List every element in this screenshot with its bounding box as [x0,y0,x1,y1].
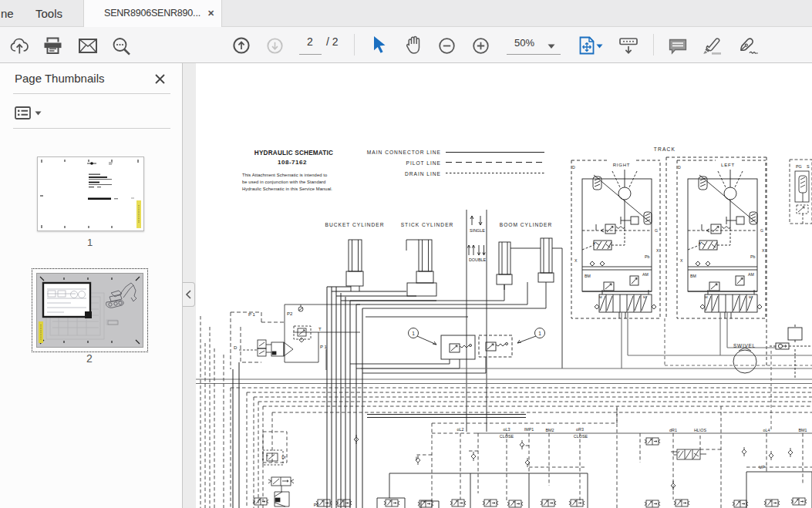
svg-text:SINGLE: SINGLE [470,228,485,233]
svg-text:DRAIN LINE: DRAIN LINE [405,171,441,177]
svg-text:PILOT LINE: PILOT LINE [406,160,441,166]
svg-text:MAIN CONNECTOR LINE: MAIN CONNECTOR LINE [367,150,441,155]
svg-text:This Attachment Schematic is i: This Attachment Schematic is intended to [242,173,327,177]
svg-text:UP: UP [759,465,765,469]
svg-text:1: 1 [538,331,541,336]
svg-text:oL3: oL3 [504,427,510,432]
svg-text:BOOM CYLINDER: BOOM CYLINDER [500,222,552,227]
svg-text:1: 1 [412,331,415,336]
svg-text:BUCKET CYLINDER: BUCKET CYLINDER [325,222,385,227]
svg-text:CLOSE: CLOSE [500,434,514,439]
svg-text:HYDRAULIC SCHEMATIC: HYDRAULIC SCHEMATIC [254,150,333,156]
svg-text:LEFT: LEFT [721,163,735,167]
svg-text:oL4: oL4 [763,428,770,432]
svg-text:P2: P2 [287,311,293,316]
svg-text:DOUBLE: DOUBLE [469,257,487,262]
svg-text:IMP1: IMP1 [524,427,534,432]
svg-text:BM2: BM2 [545,428,554,432]
svg-text:RIGHT: RIGHT [613,163,631,167]
svg-text:D: D [234,345,238,350]
svg-text:S: S [807,164,810,169]
svg-text:be used in conjunction with th: be used in conjunction with the Standard [242,180,325,184]
svg-text:108-7162: 108-7162 [278,159,307,166]
svg-text:STICK CYLINDER: STICK CYLINDER [401,222,454,227]
svg-text:Hydraulic Schematic in this Se: Hydraulic Schematic in this Service Manu… [242,187,332,191]
svg-text:Dr: Dr [281,455,286,459]
svg-text:P 1: P 1 [248,312,256,317]
svg-text:TRACK: TRACK [654,146,676,152]
svg-text:oL2: oL2 [457,427,464,432]
svg-text:HL\OS: HL\OS [694,428,707,432]
svg-text:PG: PG [796,164,802,169]
svg-text:oR3: oR3 [576,427,584,432]
svg-text:dR1: dR1 [669,428,677,432]
svg-text:P 1: P 1 [320,345,328,349]
svg-text:T: T [318,327,322,331]
svg-text:SWIVEL: SWIVEL [733,343,756,348]
svg-text:BM1: BM1 [798,428,807,432]
svg-text:CLOSE: CLOSE [574,434,588,439]
